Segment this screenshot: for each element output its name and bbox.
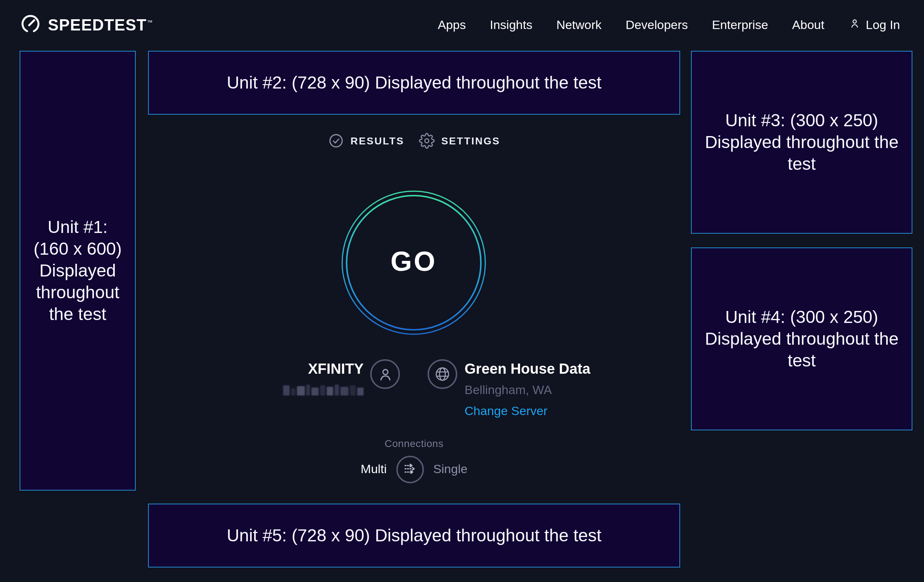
ad-unit-2[interactable]: Unit #2: (728 x 90) Displayed throughout…: [148, 51, 680, 115]
nav-item-developers[interactable]: Developers: [626, 18, 688, 33]
tab-results-label: RESULTS: [351, 135, 404, 147]
ad-unit-4-text: Unit #4: (300 x 250) Displayed throughou…: [703, 306, 900, 371]
nav-item-insights[interactable]: Insights: [490, 18, 532, 33]
connections-multi-option[interactable]: Multi: [361, 462, 387, 477]
tab-settings[interactable]: SETTINGS: [419, 133, 500, 149]
server-location: Bellingham, WA: [465, 383, 591, 398]
ad-unit-5[interactable]: Unit #5: (728 x 90) Displayed throughout…: [148, 504, 680, 567]
globe-circle-icon: [427, 359, 457, 389]
isp-info: XFINITY: [283, 359, 400, 396]
gear-icon: [419, 133, 435, 149]
isp-ip-redacted: [283, 385, 364, 396]
server-info: Green House Data Bellingham, WA Change S…: [427, 359, 591, 419]
login-label: Log In: [866, 18, 900, 33]
speedtest-logo[interactable]: SPEEDTEST™: [20, 13, 153, 38]
tab-results[interactable]: RESULTS: [328, 133, 404, 149]
logo-wordmark: SPEEDTEST™: [48, 16, 153, 35]
ad-unit-1[interactable]: Unit #1: (160 x 600) Displayed throughou…: [20, 51, 136, 491]
change-server-link[interactable]: Change Server: [465, 404, 591, 419]
go-button[interactable]: GO: [341, 190, 486, 335]
ad-unit-3-text: Unit #3: (300 x 250) Displayed throughou…: [703, 110, 900, 175]
main-nav: Apps Insights Network Developers Enterpr…: [438, 17, 900, 33]
nav-item-network[interactable]: Network: [556, 18, 602, 33]
top-nav-bar: SPEEDTEST™ Apps Insights Network Develop…: [0, 0, 924, 51]
isp-name: XFINITY: [283, 361, 364, 378]
person-circle-icon: [370, 359, 400, 389]
connections-section: Connections Multi Single: [148, 438, 680, 483]
go-label: GO: [341, 246, 486, 277]
ad-unit-1-text: Unit #1: (160 x 600) Displayed throughou…: [32, 216, 124, 325]
server-name: Green House Data: [465, 361, 591, 378]
ad-unit-3[interactable]: Unit #3: (300 x 250) Displayed throughou…: [691, 51, 912, 234]
speedtest-page: SPEEDTEST™ Apps Insights Network Develop…: [0, 0, 924, 582]
ad-unit-5-text: Unit #5: (728 x 90) Displayed throughout…: [227, 525, 602, 546]
check-circle-icon: [328, 133, 344, 149]
person-icon: [848, 17, 860, 33]
nav-item-about[interactable]: About: [792, 18, 825, 33]
nav-item-enterprise[interactable]: Enterprise: [712, 18, 768, 33]
tab-settings-label: SETTINGS: [441, 135, 500, 147]
connections-label: Connections: [148, 438, 680, 449]
trademark-symbol: ™: [147, 19, 153, 26]
connections-toggle-button[interactable]: [396, 456, 424, 483]
connections-single-option[interactable]: Single: [433, 462, 468, 477]
nav-item-apps[interactable]: Apps: [438, 18, 466, 33]
speedtest-gauge-icon: [20, 13, 41, 38]
results-settings-tabs: RESULTS SETTINGS: [148, 133, 680, 149]
login-button[interactable]: Log In: [848, 17, 900, 33]
ad-unit-2-text: Unit #2: (728 x 90) Displayed throughout…: [227, 72, 602, 94]
multi-arrows-icon: [401, 460, 419, 479]
ad-unit-4[interactable]: Unit #4: (300 x 250) Displayed throughou…: [691, 247, 912, 430]
